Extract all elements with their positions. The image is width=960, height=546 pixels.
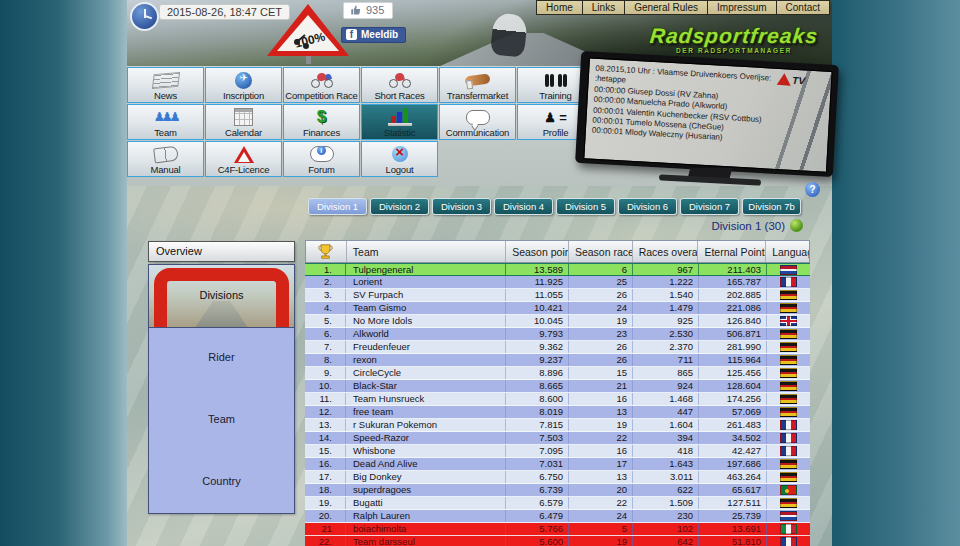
team-cell[interactable]: Alkworld [345,328,505,340]
table-row: 8. rexon 9.237 26 711 115.964 [305,354,810,367]
divisions-arch-image[interactable]: Divisions [149,265,294,328]
team-cell[interactable]: Speed-Razor [345,432,505,444]
table-row: 7. Freudenfeuer 9.362 26 2.370 281.990 [305,341,810,354]
season-points-cell: 8.896 [505,367,568,379]
menu-button-competition-race[interactable]: Competition Race [283,67,360,103]
team-cell[interactable]: SV Furpach [345,289,505,301]
menu-button-transfermarket[interactable]: Transfermarket [439,67,516,103]
sidebar-title: Overview [148,241,295,262]
cyclist-photo [490,12,528,57]
tab-division-2[interactable]: Division 2 [370,198,429,215]
rank-cell: 18. [305,484,345,496]
sidebar-item-divisions[interactable]: Divisions [149,289,294,301]
sidebar-item-team[interactable]: Team [149,413,294,425]
logo-title: Radsportfreaks [649,24,820,48]
menu-button-short-races[interactable]: Short Races [361,67,438,103]
season-points-cell: 11.925 [505,276,568,288]
menu-button-calendar[interactable]: Calendar [205,104,282,140]
menu-button-inscription[interactable]: Inscription [205,67,282,103]
language-cell [766,510,810,522]
menu-button-news[interactable]: News [127,67,204,103]
sidebar-item-rider[interactable]: Rider [149,351,294,363]
team-cell[interactable]: No More Idols [345,315,505,327]
flag-it-icon [780,524,797,534]
tab-division-3[interactable]: Division 3 [432,198,491,215]
nav-item-home[interactable]: Home [536,0,583,15]
rank-cell: 13. [305,419,345,431]
menu-button-team[interactable]: Team [127,104,204,140]
table-row: 6. Alkworld 9.793 23 2.530 506.871 [305,328,810,341]
menu-button-logout[interactable]: Logout [361,141,438,177]
tab-division-7b[interactable]: Division 7b [742,198,801,215]
tab-division-7[interactable]: Division 7 [680,198,739,215]
menu-button-finances[interactable]: Finances [283,104,360,140]
menu-button-label: Transfermarket [447,90,508,102]
team-cell[interactable]: Tulpengeneral [345,264,505,275]
team-cell[interactable]: Black-Star [345,380,505,392]
races-overall-cell: 394 [632,432,698,444]
flag-nl-icon [780,265,797,275]
tab-division-5[interactable]: Division 5 [556,198,615,215]
help-icon[interactable]: ? [805,182,820,197]
tab-division-1[interactable]: Division 1 [308,198,367,215]
sidebar-item-country[interactable]: Country [149,475,294,487]
rank-cell: 9. [305,367,345,379]
eternal-points-cell: 202.885 [698,289,766,301]
team-cell[interactable]: rexon [345,354,505,366]
language-cell [766,523,810,535]
tab-division-4[interactable]: Division 4 [494,198,553,215]
tab-division-6[interactable]: Division 6 [618,198,677,215]
table-row: 12. free team 8.019 13 447 57.069 [305,406,810,419]
team-cell[interactable]: CircleCycle [345,367,505,379]
team-cell[interactable]: superdragoes [345,484,505,496]
cyclist-icon [387,73,413,88]
nav-item-contact[interactable]: Contact [777,0,830,15]
facebook-like-button[interactable]: f Meeldib [341,27,406,43]
team-cell[interactable]: Dead And Alive [345,458,505,470]
team-cell[interactable]: Team darsseul [345,536,505,546]
eternal-points-cell: 127.511 [698,497,766,509]
book-icon [153,145,179,163]
table-row: 11. Team Hunsrueck 8.600 16 1.468 174.25… [305,393,810,406]
like-counter[interactable]: 935 [343,2,393,19]
table-row: 5. No More Idols 10.045 19 925 126.840 [305,315,810,328]
team-cell[interactable]: r Sukuran Pokemon [345,419,505,431]
season-points-cell: 6.479 [505,510,568,522]
table-row: 22. Team darsseul 5.600 19 642 51.810 [305,536,810,546]
team-cell[interactable]: Bugatti [345,497,505,509]
airplane-icon [235,72,252,89]
team-cell[interactable]: Lorient [345,276,505,288]
table-row: 15. Whisbone 7.095 16 418 42.427 [305,445,810,458]
team-cell[interactable]: Freudenfeuer [345,341,505,353]
nav-item-links[interactable]: Links [583,0,625,15]
team-cell[interactable]: Big Donkey [345,471,505,483]
flag-nl-icon [780,511,797,521]
team-cell[interactable]: boiachimolta [345,523,505,535]
flag-fr-icon [780,420,797,430]
table-row: 17. Big Donkey 6.750 13 3.011 463.264 [305,471,810,484]
team-cell[interactable]: free team [345,406,505,418]
season-races-cell: 24 [568,302,632,314]
menu-button-forum[interactable]: Forum [283,141,360,177]
logo-subtitle: DER RADSPORTMANAGER [650,47,818,54]
menu-button-communication[interactable]: Communication [439,104,516,140]
menu-button-manual[interactable]: Manual [127,141,204,177]
season-points-cell: 6.739 [505,484,568,496]
season-points-cell: 5.766 [505,523,568,535]
calendar-icon [234,108,253,126]
nav-item-general-rules[interactable]: General Rules [625,0,708,15]
eternal-points-cell: 128.604 [698,380,766,392]
team-cell[interactable]: Team Gismo [345,302,505,314]
season-points-cell: 10.421 [505,302,568,314]
eternal-points-cell: 211.403 [698,264,766,275]
menu-button-c4f-licence[interactable]: C4F-Licence [205,141,282,177]
team-cell[interactable]: Whisbone [345,445,505,457]
eternal-points-cell: 174.256 [698,393,766,405]
menu-button-statistic[interactable]: Statistic [361,104,438,140]
nav-item-impressum[interactable]: Impressum [708,0,776,15]
team-cell[interactable]: Ralph Lauren [345,510,505,522]
season-races-cell: 25 [568,276,632,288]
season-races-cell: 26 [568,341,632,353]
gradient-warning-sign: 100% [265,2,351,66]
team-cell[interactable]: Team Hunsrueck [345,393,505,405]
